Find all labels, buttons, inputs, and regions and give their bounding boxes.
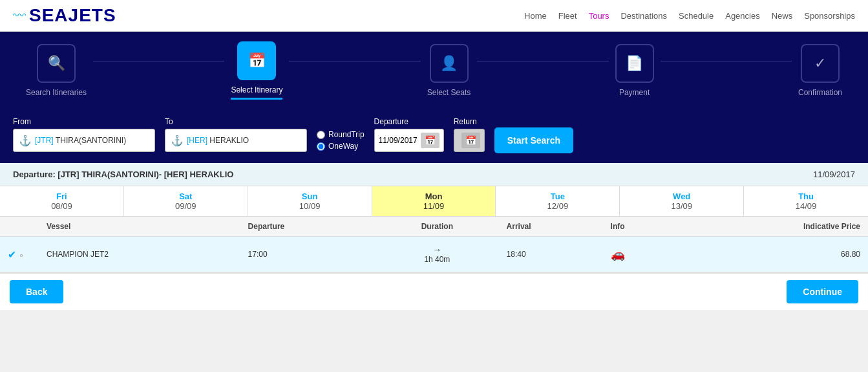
day-sat[interactable]: Sat 09/09 (124, 186, 248, 216)
duration-value: 1h 40m (424, 255, 450, 264)
step-line-3 (477, 61, 608, 61)
step-search-icon: 🔍 (37, 44, 76, 83)
col-select (0, 217, 39, 237)
oneway-label[interactable]: OneWay (317, 142, 365, 151)
row-vessel: CHAMPION JET2 (39, 237, 240, 272)
step-payment-icon: 📄 (615, 44, 654, 83)
day-mon-name: Mon (376, 191, 492, 201)
to-city: HERAKLIO (209, 136, 249, 145)
day-sat-date: 09/09 (127, 201, 244, 211)
departure-calendar-button[interactable]: 📅 (421, 133, 439, 148)
from-code: [JTR] (35, 136, 54, 145)
back-button[interactable]: Back (10, 280, 63, 303)
nav-agencies[interactable]: Agencies (725, 11, 759, 21)
departure-header: Departure: [JTR] THIRA(SANTORINI)- [HER]… (0, 163, 868, 186)
car-icon: 🚗 (611, 248, 625, 261)
row-arrival: 18:40 (499, 237, 603, 272)
return-label: Return (454, 117, 485, 126)
step-confirmation-label: Confirmation (798, 88, 842, 97)
day-fri-name: Fri (3, 191, 120, 201)
departure-date-value: 11/09/2017 (379, 136, 418, 145)
table-row[interactable]: ✔ ⚬ CHAMPION JET2 17:00 → 1h 40m 18:40 🚗… (0, 237, 868, 272)
step-itinerary[interactable]: 📅 Select Itinerary (231, 41, 282, 100)
nav-tours[interactable]: Tours (589, 11, 609, 21)
day-mon[interactable]: Mon 11/09 (372, 186, 496, 216)
departure-header-date: 11/09/2017 (813, 170, 855, 179)
day-tue[interactable]: Tue 12/09 (496, 186, 620, 216)
step-line-1 (93, 61, 224, 61)
logo-text: SEAJETS (29, 5, 116, 26)
radio-dot-icon: ⚬ (18, 251, 25, 260)
step-confirmation[interactable]: ✓ Confirmation (798, 44, 842, 97)
day-wed[interactable]: Wed 13/09 (620, 186, 744, 216)
main-nav: Home Fleet Tours Destinations Schedule A… (524, 11, 855, 21)
row-select-cell[interactable]: ✔ ⚬ (0, 237, 39, 272)
day-wed-name: Wed (623, 191, 740, 201)
day-fri-date: 08/09 (3, 201, 120, 211)
nav-destinations[interactable]: Destinations (620, 11, 667, 21)
page-header: 〰 SEAJETS Home Fleet Tours Destinations … (0, 0, 868, 32)
roundtrip-radio[interactable] (317, 131, 325, 139)
step-active-underline (231, 98, 282, 100)
row-info: 🚗 (603, 237, 680, 272)
row-price: 68.80 (680, 237, 868, 272)
step-seats[interactable]: 👤 Select Seats (427, 44, 471, 97)
to-code: [HER] (187, 136, 207, 145)
table-header-row: Vessel Departure Duration Arrival Info I… (0, 217, 868, 237)
steps-bar: 🔍 Search Itineraries 📅 Select Itinerary … (0, 32, 868, 109)
day-mon-date: 11/09 (376, 201, 492, 211)
from-label: From (13, 117, 155, 126)
day-sat-name: Sat (127, 191, 244, 201)
row-duration: → 1h 40m (376, 237, 498, 272)
col-info: Info (603, 217, 680, 237)
departure-group: Departure 11/09/2017 📅 (374, 117, 444, 152)
to-label: To (165, 117, 307, 126)
step-payment-label: Payment (619, 88, 650, 97)
oneway-radio[interactable] (317, 142, 325, 151)
step-search[interactable]: 🔍 Search Itineraries (26, 44, 87, 97)
nav-home[interactable]: Home (524, 11, 547, 21)
day-sun-name: Sun (251, 191, 368, 201)
col-arrival: Arrival (499, 217, 603, 237)
nav-news[interactable]: News (772, 11, 793, 21)
step-seats-icon: 👤 (430, 44, 469, 83)
day-sun-date: 10/09 (251, 201, 368, 211)
nav-sponsorships[interactable]: Sponsorships (804, 11, 855, 21)
step-seats-label: Select Seats (427, 88, 471, 97)
day-tue-date: 12/09 (499, 201, 616, 211)
step-itinerary-icon: 📅 (237, 41, 276, 80)
step-payment[interactable]: 📄 Payment (615, 44, 654, 97)
day-fri[interactable]: Fri 08/09 (0, 186, 124, 216)
step-confirmation-icon: ✓ (801, 44, 840, 83)
return-date-field[interactable]: 📅 (454, 129, 485, 152)
trip-type-group: RoundTrip OneWay (317, 130, 365, 151)
from-city: THIRA(SANTORINI) (56, 136, 126, 145)
day-wed-date: 13/09 (623, 201, 740, 211)
nav-fleet[interactable]: Fleet (558, 11, 577, 21)
nav-schedule[interactable]: Schedule (679, 11, 714, 21)
to-field[interactable]: ⚓ [HER] HERAKLIO (165, 129, 307, 152)
continue-button[interactable]: Continue (787, 280, 858, 303)
departure-date-field[interactable]: 11/09/2017 📅 (374, 129, 444, 152)
to-anchor-icon: ⚓ (171, 135, 184, 147)
to-group: To ⚓ [HER] HERAKLIO (165, 117, 307, 152)
from-field[interactable]: ⚓ [JTR] THIRA(SANTORINI) (13, 129, 155, 152)
day-thu[interactable]: Thu 14/09 (744, 186, 868, 216)
return-calendar-button[interactable]: 📅 (461, 133, 480, 148)
day-thu-date: 14/09 (747, 201, 865, 211)
step-line-2 (289, 61, 420, 61)
search-form: From ⚓ [JTR] THIRA(SANTORINI) To ⚓ [HER]… (0, 109, 868, 163)
departure-info: Departure: [JTR] THIRA(SANTORINI)- [HER]… (13, 170, 233, 179)
from-group: From ⚓ [JTR] THIRA(SANTORINI) (13, 117, 155, 152)
step-line-4 (661, 61, 792, 61)
check-icon: ✔ (8, 249, 16, 260)
start-search-button[interactable]: Start Search (494, 127, 573, 153)
results-area: Departure: [JTR] THIRA(SANTORINI)- [HER]… (0, 163, 868, 272)
col-duration: Duration (376, 217, 498, 237)
logo-wave-icon: 〰 (13, 8, 26, 23)
day-sun[interactable]: Sun 10/09 (248, 186, 372, 216)
roundtrip-label[interactable]: RoundTrip (317, 130, 365, 139)
footer-bar: Back Continue (0, 272, 868, 310)
step-itinerary-label: Select Itinerary (231, 85, 282, 94)
duration-arrow-icon: → (383, 245, 491, 255)
